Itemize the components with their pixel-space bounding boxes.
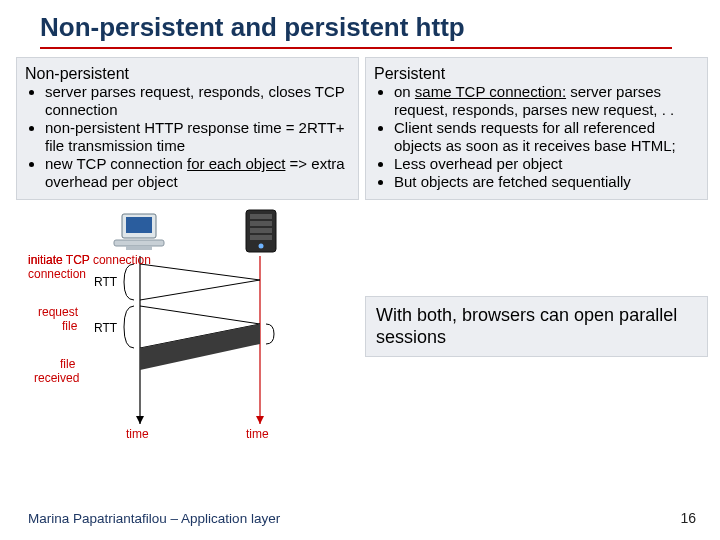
list-item: Client sends requests for all referenced… [394, 119, 699, 155]
svg-point-9 [259, 244, 264, 249]
timing-diagram: initiate TCP connection initiate TCP con… [16, 208, 359, 448]
transmission-band [140, 324, 260, 370]
svg-rect-5 [250, 214, 272, 219]
list-item: new TCP connection for each object => ex… [45, 155, 350, 191]
label-time-right: time [246, 427, 269, 441]
svg-rect-3 [126, 246, 152, 250]
list-item: Less overhead per object [394, 155, 699, 173]
footer: Marina Papatriantafilou – Application la… [28, 510, 696, 526]
svg-line-13 [140, 280, 260, 300]
callout-box: With both, browsers can open parallel se… [365, 296, 708, 357]
text-pre: on [394, 83, 415, 100]
nonpersistent-list: server parses request, responds, closes … [25, 83, 350, 191]
title-area: Non-persistent and persistent http [0, 0, 720, 49]
columns: Non-persistent server parses request, re… [0, 49, 720, 448]
label-time-left: time [126, 427, 149, 441]
rtt-brace-2 [124, 306, 134, 348]
label-rtt2: RTT [94, 321, 118, 335]
client-icon [114, 214, 164, 250]
left-column: Non-persistent server parses request, re… [16, 57, 359, 448]
svg-rect-6 [250, 221, 272, 226]
svg-text:connection: connection [28, 267, 86, 281]
right-column: Persistent on same TCP connection: serve… [365, 57, 708, 448]
page-number: 16 [680, 510, 696, 526]
persistent-heading: Persistent [374, 64, 699, 83]
svg-line-14 [140, 306, 260, 324]
svg-rect-1 [126, 217, 152, 233]
svg-line-12 [140, 264, 260, 280]
list-item: But objects are fetched sequentially [394, 173, 699, 191]
svg-text:initiate TCP: initiate TCP [28, 253, 90, 267]
persistent-box: Persistent on same TCP connection: serve… [365, 57, 708, 200]
svg-text:received: received [34, 371, 79, 385]
nonpersistent-box: Non-persistent server parses request, re… [16, 57, 359, 200]
svg-marker-10 [136, 416, 144, 424]
transmit-brace [266, 324, 274, 344]
persistent-list: on same TCP connection: server parses re… [374, 83, 699, 191]
list-item: on same TCP connection: server parses re… [394, 83, 699, 119]
svg-text:file: file [60, 357, 76, 371]
server-icon [246, 210, 276, 252]
rtt-brace-1 [124, 264, 134, 300]
diagram-svg: initiate TCP connection initiate TCP con… [16, 208, 346, 448]
footer-author: Marina Papatriantafilou – Application la… [28, 511, 280, 526]
svg-text:request: request [38, 305, 79, 319]
svg-text:file: file [62, 319, 78, 333]
label-rtt1: RTT [94, 275, 118, 289]
nonpersistent-heading: Non-persistent [25, 64, 350, 83]
svg-rect-2 [114, 240, 164, 246]
list-item: server parses request, responds, closes … [45, 83, 350, 119]
page-title: Non-persistent and persistent http [40, 12, 692, 43]
svg-rect-7 [250, 228, 272, 233]
text-pre: new TCP connection [45, 155, 187, 172]
text-underline: for each object [187, 155, 285, 172]
text-underline: same TCP connection: [415, 83, 566, 100]
svg-rect-8 [250, 235, 272, 240]
list-item: non-persistent HTTP response time = 2RTT… [45, 119, 350, 155]
svg-marker-11 [256, 416, 264, 424]
slide: Non-persistent and persistent http Non-p… [0, 0, 720, 540]
